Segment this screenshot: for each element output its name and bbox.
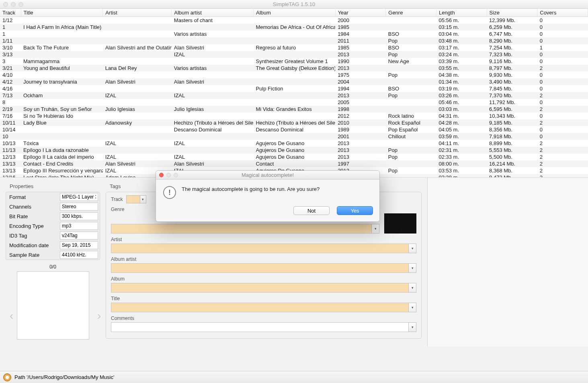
cell-album: Memorias De Africa - Out Of Africa bbox=[253, 24, 335, 31]
table-row[interactable]: 3/13IZAL2013Pop03:24 m.7,323 Mb.0 bbox=[0, 51, 588, 58]
cell-album: Pulp Fiction bbox=[253, 85, 335, 92]
cell-genre: Pop Español bbox=[386, 126, 436, 133]
table-row[interactable]: 13/13Contact - End CreditsAlan Silvestri… bbox=[0, 160, 588, 167]
cell-album bbox=[253, 133, 335, 140]
cell-title bbox=[21, 85, 103, 92]
cell-artist bbox=[103, 37, 172, 44]
cell-title bbox=[21, 126, 103, 133]
chevron-down-icon[interactable]: ▾ bbox=[371, 224, 379, 233]
table-row[interactable]: 102001Chillout03:59 m.7,918 Mb.0 bbox=[0, 133, 588, 140]
table-row[interactable]: 1Varios artistas1984BSO03:04 m.6,747 Mb.… bbox=[0, 31, 588, 37]
cell-album bbox=[253, 31, 335, 37]
column-header[interactable]: Artist bbox=[103, 9, 172, 17]
table-row[interactable]: 8200505:46 m.11,792 Mb.0 bbox=[0, 99, 588, 106]
column-header[interactable]: Genre bbox=[386, 9, 436, 17]
cell-genre: New Age bbox=[386, 58, 436, 65]
album-combo[interactable]: ▾ bbox=[111, 283, 416, 293]
artist-combo[interactable]: ▾ bbox=[111, 244, 416, 253]
cell-covers: 0 bbox=[537, 58, 588, 65]
property-value[interactable] bbox=[60, 241, 98, 249]
tracks-table[interactable]: TrackTitleArtistAlbum artistAlbumYearGen… bbox=[0, 9, 588, 178]
cell-album_artist: IZAL bbox=[172, 51, 254, 58]
column-header[interactable]: Covers bbox=[537, 9, 588, 17]
column-header[interactable]: Title bbox=[21, 9, 103, 17]
column-header[interactable]: Track bbox=[0, 9, 21, 17]
table-row[interactable]: 12/13Epílogo II La caída del imperioIZAL… bbox=[0, 154, 588, 160]
table-row[interactable]: 3MammagammaSynthesizer Greatest Volume 1… bbox=[0, 58, 588, 65]
table-row[interactable]: 4/16Pulp Fiction1994BSO03:19 m.7,845 Mb.… bbox=[0, 85, 588, 92]
table-row[interactable]: 4/101975Pop04:38 m.9,930 Mb.0 bbox=[0, 72, 588, 78]
title-combo[interactable]: ▾ bbox=[111, 303, 416, 312]
not-button[interactable]: Not bbox=[293, 206, 330, 215]
column-header[interactable]: Length bbox=[436, 9, 487, 17]
column-header[interactable]: Size bbox=[487, 9, 537, 17]
chevron-down-icon[interactable]: ▾ bbox=[408, 263, 416, 273]
cell-genre bbox=[386, 174, 436, 178]
close-icon[interactable] bbox=[3, 2, 8, 7]
table-row[interactable]: 2/19Soy un Truhán, Soy un SeñorJulio Igl… bbox=[0, 106, 588, 113]
close-icon[interactable] bbox=[159, 173, 164, 177]
cell-artist: Julio Iglesias bbox=[103, 106, 172, 113]
table-row[interactable]: 7/16Si no Te Hubieras Ido2012Rock latino… bbox=[0, 113, 588, 119]
cell-title: Epílogo II La caída del imperio bbox=[21, 154, 103, 160]
column-header[interactable]: Album bbox=[253, 9, 335, 17]
zoom-icon[interactable] bbox=[18, 2, 23, 7]
cell-track: 10/11 bbox=[0, 119, 21, 126]
chevron-left-icon[interactable]: ‹ bbox=[10, 309, 13, 322]
cell-size: 6,595 Mb. bbox=[487, 106, 537, 113]
cell-artist: Adanowsky bbox=[103, 119, 172, 126]
property-value[interactable] bbox=[60, 251, 98, 259]
table-row[interactable]: 3/10Back To The FutureAlan Silvestri and… bbox=[0, 44, 588, 51]
minimize-icon[interactable] bbox=[11, 2, 16, 7]
cell-length: 03:15 m. bbox=[436, 24, 487, 31]
cell-artist bbox=[103, 72, 172, 78]
cell-year: 1984 bbox=[335, 31, 386, 37]
comments-combo[interactable]: ▾ bbox=[111, 322, 416, 332]
chevron-down-icon[interactable]: ▾ bbox=[140, 195, 146, 203]
table-row[interactable]: 4/12Journey to transylvaniaAlan Silvestr… bbox=[0, 78, 588, 85]
chevron-right-icon[interactable]: › bbox=[97, 309, 101, 322]
property-value[interactable] bbox=[60, 193, 98, 201]
cell-length: 08:00 m. bbox=[436, 160, 487, 167]
album-artist-combo[interactable]: ▾ bbox=[111, 263, 416, 273]
table-row[interactable]: 3/21Young and BeautifulLana Del ReyVario… bbox=[0, 65, 588, 72]
chevron-down-icon[interactable]: ▾ bbox=[408, 244, 416, 253]
table-row[interactable]: 7/13OckhamIZALIZAL2013Pop03:26 m.7,370 M… bbox=[0, 92, 588, 99]
table-row[interactable]: 1I Had A Farm In Africa (Main Title)Memo… bbox=[0, 24, 588, 31]
column-header[interactable]: Year bbox=[335, 9, 386, 17]
cell-length: 03:55 m. bbox=[436, 65, 487, 72]
table-row[interactable]: 1/12Masters of chant200005:56 m.12,399 M… bbox=[0, 17, 588, 24]
cell-track: 11/13 bbox=[0, 147, 21, 154]
property-value[interactable] bbox=[60, 212, 98, 220]
table-row[interactable]: 11/13Epílogo I La duda razonableAgujeros… bbox=[0, 147, 588, 154]
cell-covers: 1 bbox=[537, 44, 588, 51]
color-swatch[interactable] bbox=[384, 213, 416, 233]
chevron-down-icon[interactable]: ▾ bbox=[408, 322, 416, 332]
property-value[interactable] bbox=[60, 203, 98, 211]
property-value[interactable] bbox=[60, 231, 98, 240]
table-row[interactable]: 10/13TóxicaIZALIZALAgujeros De Gusano201… bbox=[0, 140, 588, 147]
property-value[interactable] bbox=[60, 222, 98, 230]
yes-button[interactable]: Yes bbox=[337, 206, 373, 215]
cell-album bbox=[253, 113, 335, 119]
table-row[interactable]: 10/11Lady BlueAdanowskyHechizo (Tributo … bbox=[0, 119, 588, 126]
cell-covers: 0 bbox=[537, 51, 588, 58]
cell-album: Mi Vida: Grandes Exitos bbox=[253, 106, 335, 113]
cell-album bbox=[253, 92, 335, 99]
cell-artist: Alan Silvestri bbox=[103, 160, 172, 167]
artwork-box[interactable] bbox=[17, 271, 89, 340]
table-row[interactable]: 1/112011Pop03:48 m.8,290 Mb.0 bbox=[0, 37, 588, 44]
table-row[interactable]: 10/14Descanso DominicalDescanso Dominica… bbox=[0, 126, 588, 133]
track-number-combo[interactable]: ▾ bbox=[126, 195, 146, 203]
genre-combo[interactable]: ▾ bbox=[111, 224, 379, 233]
cell-genre bbox=[386, 160, 436, 167]
cell-genre: BSO bbox=[386, 31, 436, 37]
column-header[interactable]: Album artist bbox=[172, 9, 254, 17]
table-header-row[interactable]: TrackTitleArtistAlbum artistAlbumYearGen… bbox=[0, 9, 588, 17]
chevron-down-icon[interactable]: ▾ bbox=[408, 303, 416, 312]
cell-artist bbox=[103, 133, 172, 140]
chevron-down-icon[interactable]: ▾ bbox=[408, 283, 416, 293]
property-row: Encoding Type bbox=[6, 221, 100, 231]
property-label: ID3 Tag bbox=[8, 233, 60, 239]
confirm-dialog: Magical autocomplete! ! The magical auto… bbox=[156, 170, 380, 222]
